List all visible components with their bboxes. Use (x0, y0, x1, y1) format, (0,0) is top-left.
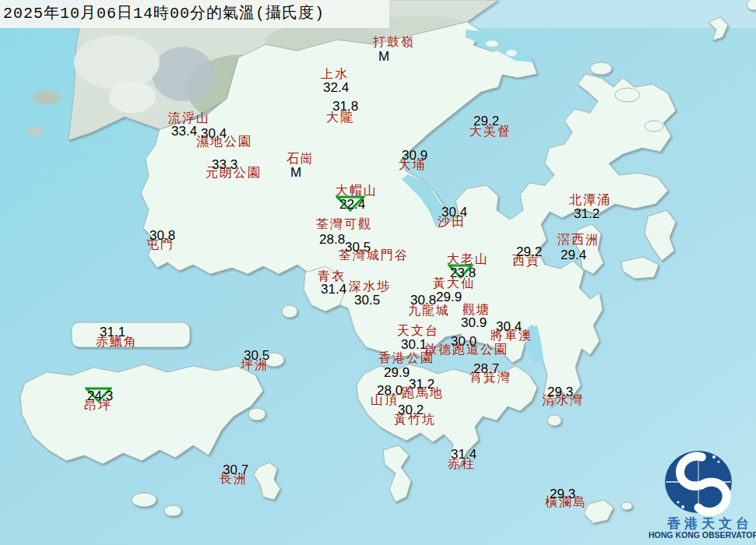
map-island (590, 62, 612, 75)
station-temperature-value: M (290, 166, 301, 179)
station-temperature-value: 29.3 (547, 385, 573, 399)
station-temperature-value: 30.5 (345, 241, 371, 254)
station-temperature-value: 31.1 (100, 325, 125, 339)
station-temperature-value: 29.9 (384, 366, 410, 379)
station-temperature-value: 30.1 (401, 338, 427, 351)
station-name-label: 北潭涌 (569, 194, 611, 207)
station-temperature-value: 33.4 (171, 125, 197, 138)
map-title: 2025年10月06日14時00分的氣溫(攝氏度) (3, 2, 325, 23)
map-island (645, 121, 663, 132)
map-island (282, 305, 297, 318)
map-island (621, 502, 632, 510)
map-island (486, 40, 498, 47)
station-temperature-value: 31.8 (332, 100, 358, 113)
station-temperature-value: 29.3 (550, 487, 575, 501)
station-temperature-value: 28.7 (473, 362, 499, 375)
station-temperature-value: 30.4 (441, 206, 467, 219)
station-temperature-value: 31.2 (409, 378, 434, 391)
station-name-label: 上水 (321, 68, 349, 81)
station-temperature-value: 28.0 (377, 384, 403, 397)
station-temperature-value: 30.9 (402, 149, 427, 162)
station-temperature-value: 31.2 (574, 207, 600, 220)
station-temperature-value: 22.4 (339, 198, 365, 211)
station-temperature-value: 30.0 (451, 335, 476, 348)
hko-logo-english-text: HONG KONG OBSERVATORY (649, 530, 756, 540)
station-temperature-value: 24.3 (87, 389, 113, 403)
station-temperature-value: 30.4 (496, 320, 522, 333)
station-name-label: 黃大仙 (433, 277, 475, 290)
station-temperature-value: 32.4 (323, 81, 349, 94)
station-temperature-value: 29.2 (473, 114, 499, 128)
station-temperature-value: 33.3 (212, 158, 237, 171)
temperature-map-screen: 2025年10月06日14時00分的氣溫(攝氏度) 打鼓嶺M上水32.4大隴31… (0, 0, 756, 545)
station-temperature-value: 31.4 (451, 448, 476, 461)
map-island (547, 415, 561, 426)
map-island (164, 505, 181, 516)
station-temperature-value: 30.5 (244, 349, 269, 362)
station-temperature-value: 29.2 (516, 245, 542, 258)
map-island (615, 88, 640, 102)
station-temperature-value: 30.9 (461, 316, 487, 329)
station-temperature-value: 31.4 (321, 283, 346, 296)
map-island (132, 493, 156, 507)
station-name-label: 天文台 (397, 325, 439, 338)
station-temperature-value: 30.8 (410, 294, 436, 307)
station-name-label: 香港公園 (378, 352, 434, 365)
station-temperature-value: 30.8 (149, 229, 175, 242)
station-temperature-value: 30.2 (398, 403, 424, 417)
station-name-label: 打鼓嶺 (373, 36, 415, 49)
station-name-label: 大帽山 (336, 185, 378, 198)
station-temperature-value: 30.5 (354, 294, 380, 307)
hong-kong-base-map (0, 0, 756, 545)
station-temperature-value: 30.7 (223, 463, 248, 476)
station-temperature-value: 28.8 (319, 233, 345, 246)
station-name-label: 深水埗 (349, 280, 391, 294)
station-temperature-value: 29.9 (436, 290, 462, 304)
station-temperature-value: 29.4 (561, 248, 586, 262)
map-island (506, 50, 517, 56)
station-temperature-value: M (378, 50, 389, 63)
hko-logo: 香港天文台 HONG KONG OBSERVATORY (649, 448, 756, 543)
station-name-label: 荃灣可觀 (316, 218, 372, 231)
station-name-label: 大老山 (447, 253, 489, 266)
station-name-label: 滘西洲 (557, 234, 600, 247)
map-island (248, 408, 265, 420)
station-name-label: 石崗 (287, 153, 315, 166)
station-temperature-value: 30.4 (201, 127, 227, 140)
